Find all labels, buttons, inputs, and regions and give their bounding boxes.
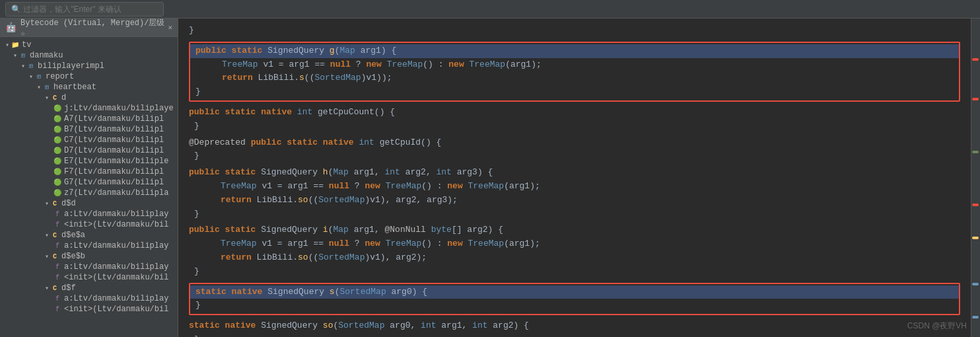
method-icon: 🟢 bbox=[53, 157, 62, 166]
scroll-marker-3 bbox=[972, 151, 979, 153]
arrow-icon bbox=[29, 73, 33, 81]
tree-label: j:Ltv/danmaku/biliplaye bbox=[64, 104, 174, 113]
tree-label: G7(Ltv/danmaku/bilipl bbox=[64, 178, 164, 187]
tree-item-a-dsesb[interactable]: f a:Ltv/danmaku/biliplay bbox=[0, 262, 178, 272]
panel-header: 🤖 Bytecode (Virtual, Merged)/层级 ☆ ✕ bbox=[0, 19, 178, 37]
arrow-icon bbox=[45, 284, 49, 292]
code-line: public static SignedQuery i(Map arg1, @N… bbox=[189, 223, 960, 237]
tree-item-dsf[interactable]: C d$f bbox=[0, 283, 178, 293]
panel-title: Bytecode (Virtual, Merged)/层级 ☆ bbox=[20, 19, 168, 38]
method-icon: 🟢 bbox=[53, 188, 62, 198]
arrow-icon bbox=[45, 94, 49, 102]
package-icon: ⊞ bbox=[26, 61, 36, 71]
tree-item-z7[interactable]: 🟢 z7(Ltv/danmaku/bilipla bbox=[0, 188, 178, 198]
tree-label: biliplayerimpl bbox=[38, 61, 104, 71]
tree-item-danmaku[interactable]: ⊞ danmaku bbox=[0, 50, 178, 61]
tree-item-init-dsf[interactable]: f <init>(Ltv/danmaku/bil bbox=[0, 304, 178, 315]
arrow-icon bbox=[45, 231, 49, 239]
arrow-icon bbox=[45, 252, 49, 260]
code-line: public static SignedQuery h(Map arg1, in… bbox=[189, 166, 960, 180]
top-bar bbox=[0, 0, 980, 19]
code-line: } bbox=[190, 299, 959, 313]
tree-label: A7(Ltv/danmaku/bilipl bbox=[64, 114, 164, 124]
tree-item-G7[interactable]: 🟢 G7(Ltv/danmaku/bilipl bbox=[0, 177, 178, 188]
class-icon: C bbox=[50, 199, 59, 208]
code-line: TreeMap v1 = arg1 == null ? new TreeMap(… bbox=[189, 180, 960, 194]
tree-item-dsesa[interactable]: C d$e$a bbox=[0, 230, 178, 241]
field-icon: f bbox=[53, 294, 62, 303]
code-content: } public static SignedQuery g(Map arg1) … bbox=[178, 24, 971, 337]
method-icon: f bbox=[53, 273, 62, 282]
folder-icon: 📁 bbox=[11, 40, 20, 50]
watermark: CSDN @夜野VH bbox=[907, 320, 967, 332]
code-line: } bbox=[189, 265, 960, 279]
tree-item-a-dsf[interactable]: f a:Ltv/danmaku/biliplay bbox=[0, 293, 178, 304]
scroll-marker-5 bbox=[972, 237, 979, 239]
arrow-icon bbox=[13, 52, 17, 59]
code-line: TreeMap v1 = arg1 == null ? new TreeMap(… bbox=[189, 237, 960, 251]
package-icon: ⊞ bbox=[34, 72, 44, 81]
tree-item-report[interactable]: ⊞ report bbox=[0, 71, 178, 82]
tree-item-C7[interactable]: 🟢 C7(Ltv/danmaku/bilipl bbox=[0, 135, 178, 145]
code-line: static native SignedQuery so(SortedMap a… bbox=[189, 319, 960, 333]
tree-item-init-dsesb[interactable]: f <init>(Ltv/danmaku/bil bbox=[0, 272, 178, 283]
method-icon: f bbox=[53, 305, 62, 314]
filter-input[interactable] bbox=[5, 2, 164, 17]
right-scrollbar[interactable] bbox=[971, 19, 980, 337]
tree-label: E7(Ltv/danmaku/biliple bbox=[64, 157, 168, 166]
tree-item-a-dsesa[interactable]: f a:Ltv/danmaku/biliplay bbox=[0, 241, 178, 251]
tree-label: d$e$b bbox=[61, 252, 85, 261]
class-icon: C bbox=[50, 252, 59, 261]
code-line: public static native int getCpuCount() { bbox=[189, 106, 960, 120]
code-box-1: public static SignedQuery g(Map arg1) { … bbox=[189, 42, 960, 102]
class-icon: C bbox=[50, 93, 59, 102]
code-line: return LibBili.s((SortedMap)v1)); bbox=[190, 71, 959, 85]
arrow-icon bbox=[21, 62, 25, 70]
method-icon: 🟢 bbox=[53, 146, 62, 155]
code-line: TreeMap v1 = arg1 == null ? new TreeMap(… bbox=[190, 58, 959, 72]
code-line: } bbox=[189, 207, 960, 221]
tree-item-tv[interactable]: 📁 tv bbox=[0, 40, 178, 50]
tree-label: d$f bbox=[61, 283, 76, 293]
tree-item-dsd[interactable]: C d$d bbox=[0, 198, 178, 209]
tree-container[interactable]: 📁 tv ⊞ danmaku ⊞ biliplayerimpl ⊞ report bbox=[0, 37, 178, 337]
main-layout: 🤖 Bytecode (Virtual, Merged)/层级 ☆ ✕ 📁 tv… bbox=[0, 19, 980, 337]
field-icon: f bbox=[53, 241, 62, 250]
method-icon: 🟢 bbox=[53, 125, 62, 134]
arrow-icon bbox=[37, 83, 41, 91]
class-icon: C bbox=[50, 283, 59, 293]
arrow-icon bbox=[45, 200, 49, 207]
scroll-marker-1 bbox=[972, 58, 979, 61]
code-line: static native SignedQuery s(SortedMap ar… bbox=[190, 285, 959, 299]
tree-item-j[interactable]: 🟢 j:Ltv/danmaku/biliplaye bbox=[0, 103, 178, 114]
field-icon: f bbox=[53, 209, 62, 219]
tree-label: report bbox=[46, 72, 74, 81]
tree-item-init-dsd[interactable]: f <init>(Ltv/danmaku/bil bbox=[0, 219, 178, 230]
code-line: public static SignedQuery g(Map arg1) { bbox=[190, 44, 959, 58]
tree-item-F7[interactable]: 🟢 F7(Ltv/danmaku/bilipl bbox=[0, 167, 178, 177]
code-box-2: static native SignedQuery s(SortedMap ar… bbox=[189, 283, 960, 316]
code-line: } bbox=[190, 85, 959, 99]
tree-item-dsesb[interactable]: C d$e$b bbox=[0, 251, 178, 262]
tree-label: danmaku bbox=[30, 51, 63, 60]
tree-label: d$e$a bbox=[61, 231, 85, 240]
tree-label: a:Ltv/danmaku/biliplay bbox=[64, 241, 168, 250]
tree-item-E7[interactable]: 🟢 E7(Ltv/danmaku/biliple bbox=[0, 156, 178, 167]
package-icon: ⊞ bbox=[42, 83, 52, 92]
code-panel[interactable]: } public static SignedQuery g(Map arg1) … bbox=[178, 19, 971, 337]
tree-item-D7[interactable]: 🟢 D7(Ltv/danmaku/bilipl bbox=[0, 145, 178, 156]
tree-item-d-class[interactable]: C d bbox=[0, 93, 178, 103]
tree-item-heartbeat[interactable]: ⊞ heartbeat bbox=[0, 82, 178, 93]
tree-label: <init>(Ltv/danmaku/bil bbox=[64, 273, 168, 282]
method-icon: 🟢 bbox=[53, 104, 62, 113]
tree-item-A7[interactable]: 🟢 A7(Ltv/danmaku/bilipl bbox=[0, 114, 178, 124]
tree-label: d$d bbox=[61, 199, 76, 208]
panel-close-icon[interactable]: ✕ bbox=[168, 23, 172, 32]
code-line: } bbox=[189, 120, 960, 133]
tree-label: C7(Ltv/danmaku/bilipl bbox=[64, 135, 164, 145]
tree-item-B7[interactable]: 🟢 B7(Ltv/danmaku/bilipl bbox=[0, 124, 178, 135]
tree-item-biliplayerimpl[interactable]: ⊞ biliplayerimpl bbox=[0, 61, 178, 71]
code-line: } bbox=[189, 149, 960, 163]
tree-label: F7(Ltv/danmaku/bilipl bbox=[64, 167, 164, 176]
tree-item-a-dsd[interactable]: f a:Ltv/danmaku/biliplay bbox=[0, 209, 178, 219]
